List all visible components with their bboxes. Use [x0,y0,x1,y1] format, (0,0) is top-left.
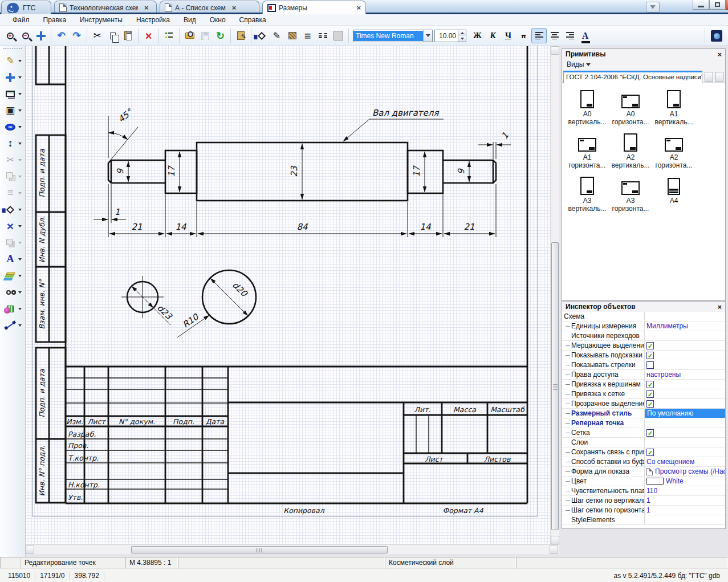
tool-screen-form[interactable] [0,86,25,102]
paste-button[interactable] [120,28,136,43]
title-block[interactable] [66,367,527,503]
font-color-button[interactable]: А [577,28,593,43]
tab-scroll-left-button[interactable] [705,72,713,82]
property-row[interactable]: Шаг сетки по горизонта1 [562,506,725,515]
line-dash-button[interactable] [315,28,331,43]
tab-schema-list[interactable]: А - Список схем × [160,1,259,14]
format-item-a0-portrait[interactable]: А0 вертикаль... [566,88,609,126]
horizontal-scroll-thumb[interactable] [131,546,388,553]
menu-settings[interactable]: Настройка [129,15,177,25]
tool-ellipse[interactable] [0,119,25,135]
zoom-out-button[interactable]: − [18,28,33,43]
menu-tools[interactable]: Инструменты [73,15,129,25]
tab-tech-schema[interactable]: Технологическая схема С × [54,1,157,14]
font-size-spinner[interactable]: 10.00 [434,30,466,42]
checkbox-checked[interactable] [646,390,654,398]
close-tab-icon[interactable]: × [356,3,361,12]
menu-window[interactable]: Окно [203,15,233,25]
tool-align[interactable] [0,185,25,201]
format-item-a1-landscape[interactable]: А1 горизонта... [566,131,609,169]
texture-button[interactable] [284,28,300,43]
format-item-a3-landscape[interactable]: А3 горизонта... [609,174,652,213]
scroll-down-button[interactable] [551,536,559,544]
scroll-left-button[interactable] [26,546,34,554]
tool-group[interactable] [0,168,25,185]
spin-up-button[interactable] [458,30,466,36]
zoom-fit-button[interactable] [33,28,48,43]
chevron-down-icon[interactable] [18,308,22,312]
underline-button[interactable]: Ч [501,28,516,43]
tab-list-dropdown-button[interactable] [646,2,660,13]
delete-button[interactable]: × [141,28,156,43]
menu-edit[interactable]: Правка [36,15,74,25]
undo-button[interactable]: ↶ [54,28,69,43]
property-row[interactable]: Источники переходов [562,331,725,341]
chevron-down-icon[interactable] [18,176,22,180]
bold-button[interactable]: Ж [470,28,485,43]
technical-drawing[interactable]: Подп. и дата Инв. N дубл. Взам. инв. N° … [26,46,550,544]
minimize-button[interactable] [693,0,709,10]
combo-dropdown-button[interactable] [423,30,432,42]
tool-text[interactable] [0,251,25,267]
close-tab-icon[interactable]: × [232,3,237,12]
maximize-button[interactable] [709,0,726,10]
tab-sizes[interactable]: Размеры × [262,1,366,14]
drawing-canvas[interactable]: Подп. и дата Инв. N дубл. Взам. инв. N° … [26,46,550,544]
checkbox-checked[interactable] [646,429,654,437]
gost-tab[interactable]: ГОСТ 2.104-2006 "ЕСКД. Основные надписи" [563,71,702,83]
format-item-a3-portrait[interactable]: А3 вертикаль... [566,174,609,213]
property-row[interactable]: Сохранять связь с прими [562,447,725,457]
format-item-a4[interactable]: А4 [652,174,696,205]
format-item-a2-landscape[interactable]: А2 горизонта... [652,131,696,169]
align-left-button[interactable] [531,28,547,43]
chevron-down-icon[interactable] [18,109,22,113]
property-row[interactable]: Слои [562,438,725,447]
chevron-down-icon[interactable] [18,209,22,213]
tool-construct[interactable] [0,218,25,234]
tab-gts[interactable]: ГТС [1,1,51,14]
scroll-up-button[interactable] [551,46,559,55]
scroll-right-button[interactable] [550,546,558,554]
close-tab-icon[interactable]: × [144,3,149,12]
chevron-down-icon[interactable] [18,60,22,64]
property-row-dimension-style[interactable]: Размерный стильПо умолчанию [562,409,725,418]
scheme-view-button[interactable] [707,27,726,45]
checkbox-checked[interactable] [646,381,654,388]
color-box-button[interactable] [331,28,346,43]
refresh-button[interactable]: ↻ [213,28,228,43]
font-family-select[interactable]: Times New Roman [353,30,433,42]
tool-contour[interactable] [0,102,25,119]
pen-button[interactable]: ✎ [269,28,284,43]
menu-help[interactable]: Справка [233,15,273,25]
property-row[interactable]: Показывать стрелки [562,360,725,370]
chevron-down-icon[interactable] [18,192,22,196]
vertical-scrollbar[interactable] [550,46,559,544]
spinner-buttons[interactable] [458,30,466,42]
list-properties-button[interactable] [161,28,177,43]
property-row[interactable]: Форма для показаПросмотр схемы (/Настр [562,467,725,477]
line-weight-button[interactable]: ≡ [300,28,315,43]
tool-fit-view[interactable] [0,69,25,86]
chevron-down-icon[interactable] [18,93,22,97]
tool-layers[interactable] [0,267,25,284]
chevron-down-icon[interactable] [18,324,22,328]
italic-button[interactable]: К [485,28,501,43]
chevron-down-icon[interactable] [18,225,22,229]
format-item-a0-landscape[interactable]: А0 горизонта... [609,88,652,126]
property-row[interactable]: Сетка [562,428,725,438]
chevron-down-icon[interactable] [18,159,22,163]
property-row[interactable]: Показывать подсказки с [562,351,725,360]
tool-dimension[interactable] [0,135,25,152]
format-item-a2-portrait[interactable]: А2 вертикаль... [609,131,652,169]
checkbox-checked[interactable] [646,342,654,349]
strikethrough-button[interactable]: п [516,28,531,43]
color-swatch[interactable] [646,478,664,485]
tool-clone[interactable] [0,234,25,251]
stamp-edit-button[interactable] [233,28,249,43]
chevron-down-icon[interactable] [18,126,22,130]
property-row[interactable]: Реперная точка [562,418,725,428]
tool-edit-points[interactable] [0,52,25,69]
save-button[interactable] [197,28,213,43]
tool-fill[interactable] [0,201,25,218]
property-row[interactable]: ЦветWhite [562,477,725,486]
